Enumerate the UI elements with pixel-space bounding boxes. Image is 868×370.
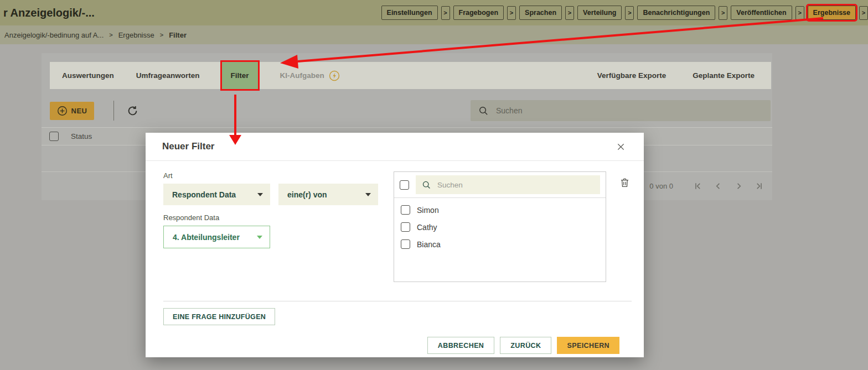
next-page-button[interactable] [735,182,743,190]
breadcrumb-ergebnisse[interactable]: Ergebnisse [118,31,154,39]
new-filter-button[interactable]: NEU [50,102,94,120]
chevron-down-icon [257,193,263,196]
select-all-checkbox[interactable] [49,132,59,141]
app-header: r Anzeigelogik/-... Einstellungen > Frag… [0,0,868,25]
value-label: Simon [417,206,439,215]
last-page-button[interactable] [755,182,763,190]
breadcrumb-chevron-icon: > [160,32,163,38]
tab-geplante-exporte[interactable]: Geplante Exporte [693,62,755,89]
chevron-down-icon [365,193,371,196]
nav-chevron-icon: > [507,6,516,20]
new-filter-label: NEU [71,107,87,115]
filter-values-box: Simon Cathy Bianca [394,171,606,282]
nav-sprachen[interactable]: Sprachen [519,6,562,20]
search-icon [478,106,489,116]
trash-icon[interactable] [619,177,631,189]
back-button[interactable]: ZURÜCK [500,337,551,354]
breadcrumb-survey[interactable]: Anzeigelogik/-bedinung auf A... [4,31,104,39]
add-question-button[interactable]: EINE FRAGE HINZUFÜGEN [163,308,275,325]
page-count: 0 von 0 [649,182,673,190]
nav-benachrichtigungen[interactable]: Benachrichtigungen [637,6,715,20]
value-label: Bianca [417,240,441,249]
close-icon[interactable] [614,140,627,153]
table-search [471,100,771,121]
modal-body: Art Respondent Data eine(r) von Responde… [146,161,644,354]
value-checkbox-simon[interactable] [401,205,410,215]
respondent-question-select[interactable]: 4. Abteilungsleiter [163,226,270,248]
tab-filter[interactable]: Filter [222,62,258,89]
filter-values-list: Simon Cathy Bianca [394,198,606,256]
list-item: Bianca [394,236,606,253]
chevron-down-icon [257,236,262,239]
wizard-nav: Einstellungen > Fragebogen > Sprachen > … [381,6,868,20]
value-checkbox-bianca[interactable] [401,239,410,249]
nav-chevron-icon: > [859,6,868,20]
nav-chevron-icon: > [625,6,634,20]
modal-title: Neuer Filter [162,141,214,152]
value-checkbox-cathy[interactable] [401,222,410,232]
results-tabbar: Auswertungen Umfrageanworten Filter KI-A… [50,62,771,89]
table-search-input[interactable] [495,106,763,116]
refresh-button[interactable] [126,105,139,117]
filter-type-select[interactable]: Respondent Data [163,184,270,205]
filter-toolbar: NEU [50,98,771,123]
nav-verteilung[interactable]: Verteilung [577,6,622,20]
new-filter-modal: Neuer Filter Art Respondent Data eine(r)… [146,133,644,357]
column-status[interactable]: Status [71,132,92,140]
respondent-data-label: Respondent Data [163,213,394,222]
art-label: Art [163,171,394,180]
page-title: r Anzeigelogik/-... [3,7,95,19]
tab-ki-aufgaben[interactable]: KI-Aufgaben [280,62,340,89]
save-button[interactable]: SPEICHERN [557,337,619,354]
cancel-button[interactable]: ABBRECHEN [427,337,494,354]
modal-footer: ABBRECHEN ZURÜCK SPEICHERN [163,337,632,354]
nav-chevron-icon: > [565,6,574,20]
modal-header: Neuer Filter [146,133,644,161]
value-label: Cathy [417,223,437,232]
nav-chevron-icon: > [441,6,450,20]
nav-veroeffentlichen[interactable]: Veröffentlichen [731,6,792,20]
values-search [416,175,600,194]
survey-results-page: r Anzeigelogik/-... Einstellungen > Frag… [0,0,868,370]
filter-condition-fields: Art Respondent Data eine(r) von Responde… [163,171,394,285]
ai-bolt-icon [329,70,340,81]
nav-ergebnisse[interactable]: Ergebnisse [808,6,856,20]
toolbar-divider [113,101,114,121]
values-search-input[interactable] [436,180,594,190]
export-tabs: Verfügbare Exporte Geplante Exporte [571,62,755,89]
pager-controls [694,182,763,190]
breadcrumb: Anzeigelogik/-bedinung auf A... > Ergebn… [0,25,868,44]
plus-circle-icon [57,106,68,116]
select-all-values-checkbox[interactable] [400,180,409,190]
nav-einstellungen[interactable]: Einstellungen [381,6,438,20]
filter-condition-group: Art Respondent Data eine(r) von Responde… [163,171,632,301]
nav-fragebogen[interactable]: Fragebogen [453,6,504,20]
tab-umfrageantworten[interactable]: Umfrageanworten [136,62,200,89]
breadcrumb-filter: Filter [169,31,187,39]
nav-chevron-icon: > [719,6,727,20]
nav-chevron-icon: > [795,6,804,20]
list-item: Simon [394,201,606,218]
breadcrumb-chevron-icon: > [109,32,112,38]
tab-auswertungen[interactable]: Auswertungen [62,62,114,89]
search-icon [422,180,431,190]
prev-page-button[interactable] [714,182,722,190]
filter-operator-select[interactable]: eine(r) von [278,184,378,205]
first-page-button[interactable] [694,182,702,190]
filter-values-header [394,172,606,198]
tab-verfuegbare-exporte[interactable]: Verfügbare Exporte [597,62,666,89]
list-item: Cathy [394,218,606,236]
